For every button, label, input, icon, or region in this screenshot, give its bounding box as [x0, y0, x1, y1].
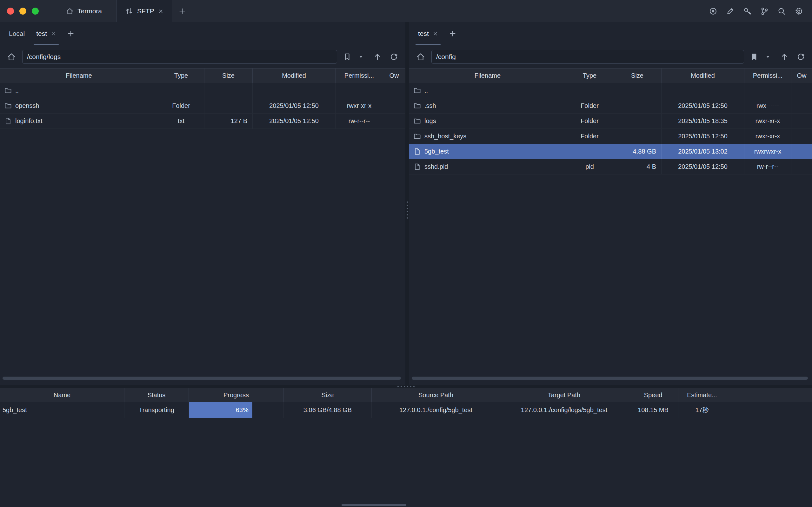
transfer-progress-cell: 63%: [189, 402, 284, 418]
table-row[interactable]: ..: [0, 83, 405, 98]
bookmark-icon[interactable]: [341, 50, 354, 63]
tab-termora[interactable]: Termora: [57, 0, 111, 22]
refresh-icon[interactable]: [795, 50, 807, 63]
right-horizontal-scrollbar[interactable]: [412, 377, 808, 380]
filename: openssh: [15, 102, 39, 109]
titlebar: Termora SFTP: [0, 0, 812, 22]
left-horizontal-scrollbar[interactable]: [3, 377, 401, 380]
column-header-modified[interactable]: Modified: [253, 68, 335, 83]
tab-sftp[interactable]: SFTP: [116, 0, 172, 22]
filename: 5gb_test: [424, 148, 449, 155]
close-tab-icon[interactable]: [433, 31, 438, 37]
transfer-source-path: 127.0.0.1:/config/5gb_test: [372, 402, 500, 418]
file-owner: [791, 114, 812, 129]
zoom-window-button[interactable]: [32, 8, 39, 15]
branch-icon[interactable]: [760, 7, 769, 15]
file-permissions: rwxr-xr-x: [744, 129, 791, 144]
transfer-row[interactable]: 5gb_test Transporting 63% 3.06 GB/4.88 G…: [0, 402, 812, 418]
record-icon[interactable]: [709, 7, 717, 15]
left-table-header: Filename Type Size Modified Permissi... …: [0, 68, 405, 83]
file-permissions: rwx------: [744, 98, 791, 114]
table-row[interactable]: .ssh Folder 2025/01/05 12:50 rwx------: [409, 98, 812, 114]
new-tab-button[interactable]: [172, 0, 193, 22]
key-icon[interactable]: [743, 7, 752, 15]
column-header-type[interactable]: Type: [158, 68, 205, 83]
table-row[interactable]: logs Folder 2025/01/05 18:35 rwxr-xr-x: [409, 114, 812, 129]
transfer-estimate: 17秒: [679, 402, 726, 418]
table-row[interactable]: openssh Folder 2025/01/05 12:50 rwxr-xr-…: [0, 98, 405, 114]
table-row[interactable]: loginfo.txt txt 127 B 2025/01/05 12:50 r…: [0, 114, 405, 129]
column-header-owner[interactable]: Ow: [383, 68, 405, 83]
column-header-status: Status: [124, 388, 189, 402]
close-tab-icon[interactable]: [51, 31, 56, 37]
file-size: 4.88 GB: [613, 144, 661, 159]
column-header-estimate: Estimate...: [679, 388, 726, 402]
column-header-speed: Speed: [628, 388, 679, 402]
file-modified: [253, 83, 335, 98]
refresh-icon[interactable]: [388, 50, 400, 63]
progress-label: 63%: [236, 406, 249, 414]
termora-window: Termora SFTP: [0, 0, 812, 507]
right-pathbar: [409, 45, 812, 68]
chevron-down-icon[interactable]: [355, 50, 367, 63]
column-header-owner[interactable]: Ow: [791, 68, 812, 83]
transfer-speed: 108.15 MB: [628, 402, 679, 418]
file-type: pid: [566, 159, 613, 174]
edit-icon[interactable]: [726, 7, 735, 15]
file-type: Folder: [566, 129, 613, 144]
pane-splitter[interactable]: [405, 22, 409, 385]
parent-directory-button[interactable]: [371, 50, 384, 63]
table-row[interactable]: ssh_host_keys Folder 2025/01/05 12:50 rw…: [409, 129, 812, 144]
home-button[interactable]: [414, 50, 427, 63]
table-row[interactable]: ..: [409, 83, 812, 98]
close-tab-icon[interactable]: [158, 9, 163, 14]
settings-icon[interactable]: [795, 7, 803, 15]
filename: ssh_host_keys: [424, 133, 466, 140]
transfer-splitter[interactable]: [0, 385, 812, 388]
tab-local[interactable]: Local: [3, 22, 31, 45]
column-header-modified[interactable]: Modified: [661, 68, 744, 83]
local-pane: Local test: [0, 22, 406, 385]
transfer-target-path: 127.0.0.1:/config/logs/5gb_test: [500, 402, 628, 418]
file-permissions: [335, 83, 383, 98]
filename: ..: [424, 87, 428, 94]
filename: .ssh: [424, 102, 436, 109]
tab-label: Local: [9, 30, 25, 38]
right-new-tab-button[interactable]: [444, 30, 462, 38]
tab-test-right[interactable]: test: [412, 22, 444, 45]
folder-icon: [414, 87, 421, 94]
close-window-button[interactable]: [7, 8, 14, 15]
home-button[interactable]: [5, 50, 18, 63]
search-icon[interactable]: [777, 7, 786, 15]
table-row[interactable]: sshd.pid pid 4 B 2025/01/05 12:50 rw-r--…: [409, 159, 812, 174]
column-header-type[interactable]: Type: [566, 68, 613, 83]
file-type: Folder: [566, 98, 613, 114]
remote-pane: test: [409, 22, 812, 385]
table-row[interactable]: 5gb_test 4.88 GB 2025/01/05 13:02 rwxrwx…: [409, 144, 812, 159]
minimize-window-button[interactable]: [19, 8, 26, 15]
file-icon: [414, 163, 421, 170]
file-permissions: rw-r--r--: [335, 114, 383, 129]
column-header-permissions[interactable]: Permissi...: [744, 68, 791, 83]
transfer-status: Transporting: [124, 402, 189, 418]
titlebar-actions: [709, 0, 812, 22]
app-tab-label: Termora: [77, 7, 102, 15]
transfer-arrows-icon: [125, 7, 133, 15]
column-header-filename[interactable]: Filename: [409, 68, 566, 83]
tab-test-left[interactable]: test: [31, 22, 62, 45]
column-header-size[interactable]: Size: [205, 68, 253, 83]
column-header-permissions[interactable]: Permissi...: [335, 68, 383, 83]
chevron-down-icon[interactable]: [762, 50, 774, 63]
file-size: 127 B: [205, 114, 253, 129]
parent-directory-button[interactable]: [778, 50, 791, 63]
column-header-filename[interactable]: Filename: [0, 68, 158, 83]
transfer-table-header: Name Status Progress Size Source Path Ta…: [0, 388, 812, 402]
column-header-size[interactable]: Size: [613, 68, 661, 83]
right-path-input[interactable]: [431, 50, 744, 64]
left-new-tab-button[interactable]: [62, 30, 80, 38]
bookmark-filled-icon[interactable]: [748, 50, 761, 63]
splitter-grip-icon: [407, 202, 408, 219]
file-type: [158, 83, 205, 98]
bottom-scrollbar-thumb[interactable]: [341, 504, 406, 506]
left-path-input[interactable]: [22, 50, 337, 64]
